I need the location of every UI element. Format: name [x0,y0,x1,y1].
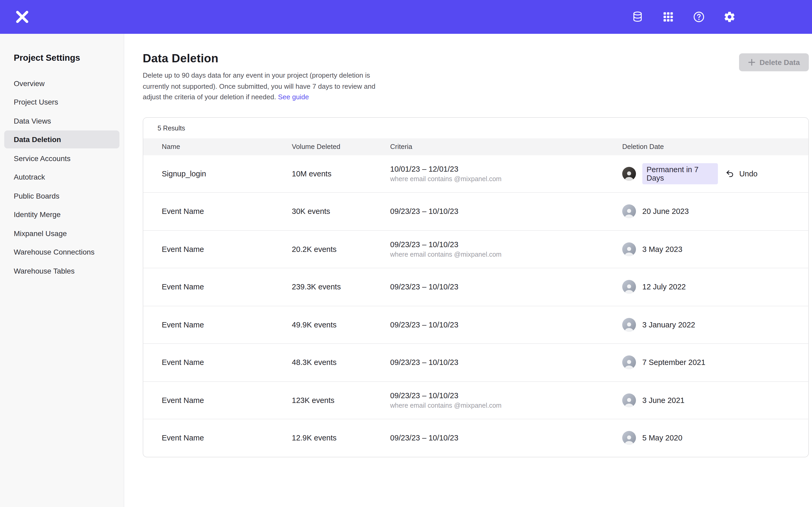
app-window: Project Settings Overview Project Users … [0,0,812,507]
user-avatar [622,393,636,407]
row-volume: 49.9K events [292,321,390,329]
sidebar-item-service-accounts[interactable]: Service Accounts [4,149,119,167]
main-content: Data Deletion Delete up to 90 days data … [124,34,812,507]
row-volume: 10M events [292,170,390,178]
row-criteria-filter: where email contains @mixpanel.com [390,251,622,258]
row-criteria: 09/23/23 – 10/10/23 where email contains… [390,240,622,258]
sidebar-item-autotrack[interactable]: Autotrack [4,168,119,186]
delete-data-button[interactable]: Delete Data [739,53,809,71]
row-deletion-date: Permanent in 7 Days Undo [622,163,808,184]
table-row: Event Name 49.9K events 09/23/23 – 10/10… [143,306,808,344]
see-guide-link[interactable]: See guide [278,93,309,101]
person-icon [623,283,635,294]
delete-data-button-label: Delete Data [759,58,800,66]
person-icon [623,208,635,218]
row-criteria: 09/23/23 – 10/10/23 [390,283,622,291]
sidebar-item-data-views[interactable]: Data Views [4,112,119,130]
sidebar-item-label: Warehouse Connections [14,248,95,256]
row-deletion-date: 3 May 2023 [622,242,808,256]
deletion-date-text: 3 May 2023 [642,245,682,253]
column-header-deletion-date: Deletion Date [622,143,808,151]
settings-icon[interactable] [719,6,740,27]
deletion-date-text: 12 July 2022 [642,283,686,291]
row-criteria-range: 09/23/23 – 10/10/23 [390,283,622,291]
column-header-name: Name [143,143,292,151]
row-deletion-date: 3 January 2022 [622,318,808,332]
sidebar-item-public-boards[interactable]: Public Boards [4,187,119,205]
user-avatar [622,167,636,181]
page-header-text: Data Deletion Delete up to 90 days data … [143,52,382,103]
row-criteria: 09/23/23 – 10/10/23 [390,358,622,367]
row-criteria: 10/01/23 – 12/01/23 where email contains… [390,165,622,183]
sidebar-item-label: Service Accounts [14,154,70,162]
row-criteria: 09/23/23 – 10/10/23 where email contains… [390,391,622,409]
table-row: Event Name 12.9K events 09/23/23 – 10/10… [143,419,808,457]
deletion-date-text: 20 June 2023 [642,207,689,216]
undo-button[interactable]: Undo [724,167,759,180]
column-header-criteria: Criteria [390,143,622,151]
row-name: Signup_login [143,170,292,178]
row-deletion-date: 5 May 2020 [622,431,808,445]
table-row: Event Name 48.3K events 09/23/23 – 10/10… [143,344,808,382]
sidebar-item-mixpanel-usage[interactable]: Mixpanel Usage [4,224,119,242]
sidebar-item-warehouse-connections[interactable]: Warehouse Connections [4,243,119,261]
sidebar-item-warehouse-tables[interactable]: Warehouse Tables [4,262,119,280]
row-criteria-range: 09/23/23 – 10/10/23 [390,321,622,329]
apps-grid-icon[interactable] [658,6,679,27]
deletion-date-text: 7 September 2021 [642,358,706,367]
mixpanel-logo[interactable] [11,5,34,29]
deletion-date-text: 5 May 2020 [642,434,682,442]
deletion-date-text: 3 June 2021 [642,396,684,404]
sidebar-item-identity-merge[interactable]: Identity Merge [4,206,119,223]
row-volume: 239.3K events [292,283,390,291]
undo-label: Undo [739,170,758,178]
results-count: 5 Results [143,117,808,138]
sidebar-item-label: Public Boards [14,191,59,200]
sidebar-item-data-deletion[interactable]: Data Deletion [4,130,119,149]
sidebar-item-label: Project Users [14,98,58,106]
data-management-icon[interactable] [627,6,648,27]
user-avatar [622,242,636,256]
row-criteria-filter: where email contains @mixpanel.com [390,175,622,183]
row-name: Event Name [143,321,292,329]
undo-icon [725,169,734,178]
page-description-text: Delete up to 90 days data for any event … [143,71,375,101]
sidebar-item-label: Identity Merge [14,210,60,219]
table-body: Signup_login 10M events 10/01/23 – 12/01… [143,155,808,457]
table-row: Event Name 123K events 09/23/23 – 10/10/… [143,382,808,419]
table-row: Event Name 20.2K events 09/23/23 – 10/10… [143,230,808,268]
row-name: Event Name [143,358,292,367]
sidebar-item-project-users[interactable]: Project Users [4,93,119,111]
row-volume: 48.3K events [292,358,390,367]
help-icon[interactable] [688,6,709,27]
row-criteria-range: 09/23/23 – 10/10/23 [390,434,622,442]
page-description: Delete up to 90 days data for any event … [143,70,382,103]
row-name: Event Name [143,207,292,216]
person-icon [623,321,635,332]
person-icon [623,170,635,181]
sidebar-title: Project Settings [0,34,124,73]
table-row: Event Name 30K events 09/23/23 – 10/10/2… [143,193,808,230]
row-criteria-filter: where email contains @mixpanel.com [390,402,622,409]
sidebar-item-label: Mixpanel Usage [14,229,67,237]
row-criteria-range: 09/23/23 – 10/10/23 [390,358,622,367]
table-header-row: NameVolume DeletedCriteriaDeletion Date [143,138,808,155]
row-name: Event Name [143,245,292,253]
person-icon [623,359,635,370]
sidebar-item-overview[interactable]: Overview [4,74,119,92]
user-avatar [622,205,636,218]
sidebar-item-label: Warehouse Tables [14,267,74,275]
table-row: Event Name 239.3K events 09/23/23 – 10/1… [143,268,808,306]
row-volume: 123K events [292,396,390,404]
sidebar-nav: Overview Project Users Data Views Data D… [0,74,124,280]
deletion-date-text: 3 January 2022 [642,321,695,329]
sidebar-item-label: Overview [14,79,45,88]
row-criteria-range: 09/23/23 – 10/10/23 [390,240,622,249]
row-criteria: 09/23/23 – 10/10/23 [390,434,622,442]
deletion-date-text: Permanent in 7 Days [642,163,718,184]
sidebar-item-label: Autotrack [14,173,45,181]
row-criteria: 09/23/23 – 10/10/23 [390,321,622,329]
deletion-table-card: 5 Results NameVolume DeletedCriteriaDele… [143,117,809,457]
row-deletion-date: 20 June 2023 [622,205,808,218]
plus-icon [748,59,755,66]
